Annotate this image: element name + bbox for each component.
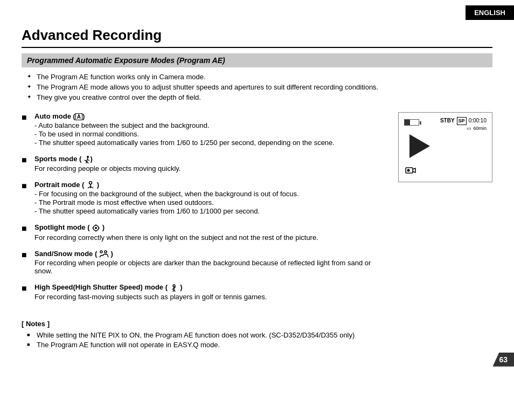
mode-spotlight: ■ Spotlight mode ( ) For recording corre… bbox=[22, 223, 387, 242]
svg-line-5 bbox=[87, 161, 88, 163]
intro-item: They give you creative control over the … bbox=[27, 93, 492, 101]
svg-point-0 bbox=[87, 156, 89, 158]
mode-highspeed: ■ High Speed(High Shutter Speed) mode ( … bbox=[22, 283, 387, 301]
mode-desc: For recording fast-moving subjects such … bbox=[34, 293, 387, 301]
mode-bullet: ■ bbox=[22, 112, 30, 147]
stby-label: STBY bbox=[440, 117, 455, 125]
stby-row: STBY SP 0:00:10 bbox=[440, 117, 487, 125]
mode-bullet: ■ bbox=[22, 155, 30, 173]
battery-indicator bbox=[404, 119, 419, 126]
svg-point-6 bbox=[89, 182, 92, 184]
mode-bullet: ■ bbox=[22, 250, 30, 276]
mode-body: High Speed(High Shutter Speed) mode ( ) … bbox=[34, 283, 387, 301]
mode-title: Portrait mode ( ) bbox=[34, 181, 387, 189]
sp-badge: SP bbox=[457, 117, 467, 125]
mode-portrait: ■ Portrait mode ( ) - For focusing on th… bbox=[22, 181, 387, 216]
time-display: 0:00:10 bbox=[469, 117, 487, 125]
mode-title: Spotlight mode ( ) bbox=[34, 223, 387, 232]
svg-line-3 bbox=[88, 160, 89, 161]
mode-desc-line: - To be used in normal conditions. bbox=[34, 130, 387, 138]
mode-desc-line: - The Portrait mode is most effective wh… bbox=[34, 198, 387, 206]
mode-body: Spotlight mode ( ) For recording correct… bbox=[34, 223, 387, 242]
tape-icon: ▭ bbox=[467, 125, 471, 132]
mode-desc-line: - Auto balance between the subject and t… bbox=[34, 121, 387, 129]
svg-point-15 bbox=[105, 251, 107, 253]
mode-title: Sports mode () bbox=[34, 155, 387, 163]
mode-bullet: ■ bbox=[22, 283, 30, 301]
mode-title: Sand/Snow mode ( ) bbox=[34, 250, 387, 258]
svg-line-1 bbox=[87, 158, 88, 161]
mode-desc: For recording correctly when there is on… bbox=[34, 233, 387, 242]
mode-sandsnow: ■ Sand/Snow mode ( ) For recording when … bbox=[22, 250, 387, 276]
note-item: While setting the NITE PIX to ON, the Pr… bbox=[27, 331, 492, 339]
camera-status-display: STBY SP 0:00:10 ▭ 60min bbox=[440, 117, 487, 132]
mode-desc: - Auto balance between the subject and t… bbox=[34, 121, 387, 147]
mode-body: Sports mode () For recording people or o… bbox=[34, 155, 387, 173]
svg-point-16 bbox=[173, 285, 175, 287]
svg-point-14 bbox=[100, 251, 102, 253]
intro-item: The Program AE function works only in Ca… bbox=[27, 73, 492, 81]
notes-section: [ Notes ] While setting the NITE PIX to … bbox=[22, 320, 492, 349]
mode-desc-line: For recording people or objects moving q… bbox=[34, 164, 387, 173]
notes-title: [ Notes ] bbox=[22, 320, 492, 328]
tape-duration: 60min bbox=[473, 125, 487, 132]
svg-point-23 bbox=[407, 169, 410, 172]
mode-auto: ■ Auto mode (A) - Auto balance between t… bbox=[22, 112, 387, 147]
mode-desc-line: - The shutter speed automatically varies… bbox=[34, 139, 387, 147]
mode-body: Sand/Snow mode ( ) For recording when pe… bbox=[34, 250, 387, 276]
mode-desc-line: For recording correctly when there is on… bbox=[34, 233, 387, 242]
mode-bullet: ■ bbox=[22, 181, 30, 216]
mode-desc: For recording when people or objects are… bbox=[34, 259, 387, 275]
note-item: The Program AE function will not operate… bbox=[27, 341, 492, 349]
page-number: 63 bbox=[492, 353, 514, 367]
mode-desc: For recording people or objects moving q… bbox=[34, 164, 387, 173]
play-arrow-icon bbox=[409, 134, 430, 158]
mode-body: Portrait mode ( ) - For focusing on the … bbox=[34, 181, 387, 216]
camera-mode-icon bbox=[405, 166, 416, 176]
mode-desc-line: - The shutter speed automatically varies… bbox=[34, 207, 387, 215]
svg-point-9 bbox=[95, 227, 97, 229]
mode-title: High Speed(High Shutter Speed) mode ( ) bbox=[34, 283, 387, 292]
language-badge: ENGLISH bbox=[466, 5, 514, 20]
camera-diagram: STBY SP 0:00:10 ▭ 60min bbox=[398, 112, 492, 182]
mode-bullet: ■ bbox=[22, 223, 30, 242]
svg-line-20 bbox=[174, 290, 175, 292]
mode-body: Auto mode (A) - Auto balance between the… bbox=[34, 112, 387, 147]
page-title: Advanced Recording bbox=[22, 27, 492, 48]
intro-item: The Program AE mode allows you to adjust… bbox=[27, 83, 492, 91]
mode-title: Auto mode (A) bbox=[34, 112, 387, 120]
mode-desc-line: For recording when people or objects are… bbox=[34, 259, 387, 275]
battery-fill bbox=[405, 120, 410, 125]
intro-list: The Program AE function works only in Ca… bbox=[27, 73, 492, 101]
mode-desc: - For focusing on the background of the … bbox=[34, 190, 387, 215]
content-area: ■ Auto mode (A) - Auto balance between t… bbox=[22, 112, 492, 309]
modes-list: ■ Auto mode (A) - Auto balance between t… bbox=[22, 112, 387, 309]
section-header: Programmed Automatic Exposure Modes (Pro… bbox=[22, 53, 492, 67]
mode-desc-line: - For focusing on the background of the … bbox=[34, 190, 387, 198]
page: ENGLISH Advanced Recording Programmed Au… bbox=[0, 0, 514, 372]
mode-sports: ■ Sports mode () For recording people or… bbox=[22, 155, 387, 173]
svg-line-2 bbox=[85, 160, 87, 161]
tape-info: ▭ 60min bbox=[467, 125, 487, 132]
notes-list: While setting the NITE PIX to ON, the Pr… bbox=[27, 331, 492, 349]
mode-desc-line: For recording fast-moving subjects such … bbox=[34, 293, 387, 301]
